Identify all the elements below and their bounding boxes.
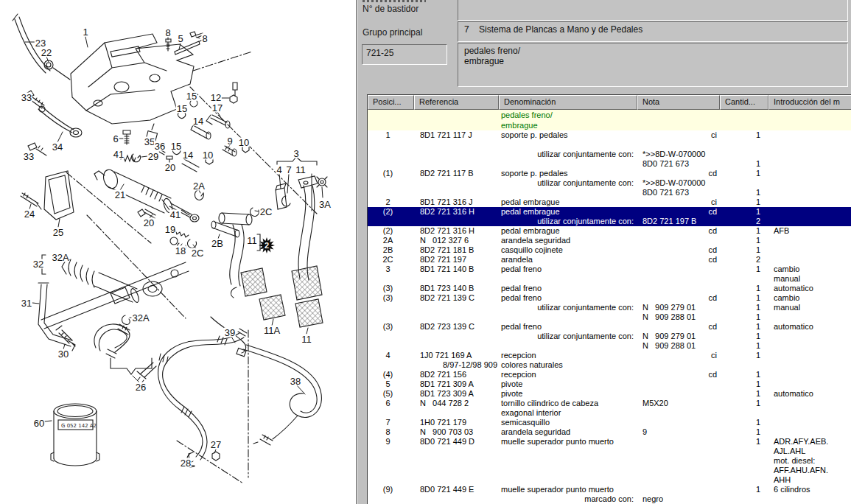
table-row[interactable]: 8/97-12/98 909colores naturales xyxy=(368,360,851,370)
table-row[interactable]: 71H0 721 179semicasquillo1 xyxy=(368,418,851,427)
part-number-label[interactable]: 15 xyxy=(176,104,188,113)
part-number-label[interactable]: 31 xyxy=(21,298,32,308)
table-row[interactable]: (5)8D1 723 309 Apivote1automatico xyxy=(368,389,851,399)
table-row[interactable]: marcado con:negro xyxy=(368,494,851,504)
column-header[interactable]: Denominación xyxy=(499,95,637,110)
table-row[interactable]: utilizar conjuntamente con:8D2 721 197 B… xyxy=(368,217,851,226)
table-row[interactable]: 8D0 721 6731 xyxy=(368,188,851,197)
part-number-label[interactable]: 9 xyxy=(226,136,233,146)
part-number-label[interactable]: 2C xyxy=(191,248,205,258)
column-header[interactable]: Nota xyxy=(637,95,720,110)
part-number-label[interactable]: 34 xyxy=(52,142,63,152)
part-number-label[interactable]: 14 xyxy=(192,116,204,126)
table-row[interactable]: utilizar conjuntamente con:*>>8D-W-07000… xyxy=(368,150,851,159)
part-number-label[interactable]: 15 xyxy=(186,91,197,101)
part-number-label[interactable]: 19 xyxy=(164,225,176,234)
part-number-label[interactable]: 27 xyxy=(210,440,222,449)
part-number-label[interactable]: 33 xyxy=(21,93,32,102)
table-row[interactable]: 2C8D2 721 197arandelacd2 xyxy=(368,255,851,265)
table-row[interactable]: exagonal interior xyxy=(368,408,851,418)
part-number-label[interactable]: 41 xyxy=(169,210,181,220)
table-row[interactable]: (2)8D2 721 316 Hpedal embraguecd1AFB xyxy=(368,226,851,236)
table-row[interactable] xyxy=(368,140,851,150)
table-row[interactable]: (9)8D0 721 449 Emuelle superador punto m… xyxy=(368,485,851,494)
table-row[interactable]: utilizar conjuntamente con:N 909 279 011… xyxy=(368,303,851,312)
part-number-label[interactable]: 29 xyxy=(147,152,159,161)
table-row[interactable]: (2)8D2 721 316 Hpedal embraguecd1 xyxy=(368,207,851,217)
part-number-label[interactable]: 26 xyxy=(135,382,147,392)
table-row[interactable]: (3)8D2 721 139 Cpedal frenocd1cambio xyxy=(368,293,851,303)
part-number-label[interactable]: 20 xyxy=(143,218,155,228)
part-number-label[interactable]: 10 xyxy=(238,138,250,147)
part-number-label[interactable]: 18 xyxy=(175,246,186,256)
part-number-label[interactable]: 39 xyxy=(224,328,236,337)
part-number-label[interactable]: 32A xyxy=(131,313,150,323)
part-number-label[interactable]: 15 xyxy=(170,141,182,151)
table-row[interactable]: mot. diesel: xyxy=(368,456,851,466)
part-number-label[interactable]: 3A xyxy=(318,200,332,209)
part-number-label[interactable]: 25 xyxy=(52,228,64,237)
part-number-label[interactable]: 24 xyxy=(24,209,35,219)
part-number-label[interactable]: 8 xyxy=(164,28,171,38)
part-number-label[interactable]: 22 xyxy=(41,48,52,57)
table-row[interactable]: 8N 900 703 03arandela seguridad91 xyxy=(368,427,851,437)
part-number-label[interactable]: 11 xyxy=(301,335,312,344)
part-number-label[interactable]: 12 xyxy=(210,93,222,102)
table-row[interactable]: 41J0 721 169 Arecepcionci1 xyxy=(368,351,851,360)
part-number-label[interactable]: 4 xyxy=(276,165,282,175)
part-number-label[interactable]: 11 xyxy=(295,165,307,175)
part-number-label[interactable]: 6 xyxy=(112,134,119,144)
subgrupo-field[interactable]: 721-25 xyxy=(362,44,447,65)
part-number-label[interactable]: 33 xyxy=(23,152,35,161)
table-row[interactable]: (1)8D2 721 117 Bsoporte p. pedalescd1 xyxy=(368,169,851,178)
column-header[interactable]: Referencia xyxy=(414,95,499,110)
part-number-label[interactable]: 20 xyxy=(164,163,176,172)
column-header[interactable]: Posici... xyxy=(368,95,414,110)
table-row[interactable]: AJL.AHL xyxy=(368,447,851,456)
part-number-label[interactable]: 2B xyxy=(211,239,224,248)
table-row[interactable]: 28D1 721 316 Jpedal embragueci1 xyxy=(368,197,851,207)
table-row[interactable]: utilizar conjuntamente con:*>>8D-W-07000… xyxy=(368,178,851,188)
part-number-label[interactable]: 1 xyxy=(82,27,88,37)
table-row[interactable]: 6N 044 728 2tornillo cilindrico de cabez… xyxy=(368,399,851,408)
part-number-label[interactable]: 41 xyxy=(113,150,125,159)
table-row[interactable]: AHH xyxy=(368,475,851,485)
part-number-label[interactable]: 32A xyxy=(51,253,69,262)
bastidor-field[interactable] xyxy=(458,0,848,21)
table-row[interactable]: (3)8D2 723 139 Cpedal frenocd1automatico xyxy=(368,322,851,332)
table-row[interactable]: utilizar conjuntamente con:N 909 279 011 xyxy=(368,332,851,341)
table-row[interactable]: 58D1 721 309 Apivote1 xyxy=(368,379,851,389)
table-row[interactable]: AFF.AHU.AFN. xyxy=(368,466,851,475)
table-row[interactable]: 18D1 721 117 Jsoporte p. pedalesci1 xyxy=(368,130,851,140)
part-number-label[interactable]: 3 xyxy=(293,149,299,158)
table-row[interactable]: N 909 288 011 xyxy=(368,312,851,322)
table-row[interactable]: pedales freno/ embrague xyxy=(368,110,851,130)
part-number-label[interactable]: 11 xyxy=(246,236,258,245)
part-number-label[interactable]: 7 xyxy=(285,165,292,175)
part-number-label[interactable]: 32 xyxy=(32,259,44,269)
part-number-label[interactable]: 21 xyxy=(114,190,126,200)
part-number-label[interactable]: 28 xyxy=(180,458,192,468)
table-row[interactable]: manual xyxy=(368,274,851,284)
table-row[interactable]: 38D1 721 140 Bpedal freno1cambio xyxy=(368,265,851,274)
part-number-label[interactable]: 17 xyxy=(211,103,223,113)
part-number-label[interactable]: 10 xyxy=(202,150,214,160)
table-row[interactable]: N 909 288 011 xyxy=(368,341,851,351)
part-number-label[interactable]: 14 xyxy=(182,150,194,160)
table-row[interactable]: 8D0 721 6731 xyxy=(368,159,851,169)
part-number-label[interactable]: 30 xyxy=(57,349,69,359)
part-number-label[interactable]: 5 xyxy=(177,34,183,43)
table-row[interactable]: 2AN 012 327 6arandela seguridad1 xyxy=(368,236,851,245)
part-number-label[interactable]: 60 xyxy=(33,419,45,428)
part-number-label[interactable]: 2A xyxy=(192,181,206,191)
column-header[interactable]: Introducción del m xyxy=(768,95,851,110)
part-number-label[interactable]: 36 xyxy=(154,141,166,151)
part-number-label[interactable]: 38 xyxy=(290,377,301,386)
table-row[interactable]: 2B8D2 721 181 Bcasquillo cojinetecd1 xyxy=(368,245,851,255)
column-header[interactable]: Cantid... xyxy=(720,95,768,110)
table-row[interactable]: (4)8D2 721 156recepcioncd1 xyxy=(368,370,851,379)
table-row[interactable]: (3)8D1 723 140 Bpedal freno1automatico xyxy=(368,284,851,293)
part-number-label[interactable]: 8 xyxy=(201,34,208,43)
part-number-label[interactable]: 2C xyxy=(259,207,273,217)
part-number-label[interactable]: 11A xyxy=(263,326,281,335)
